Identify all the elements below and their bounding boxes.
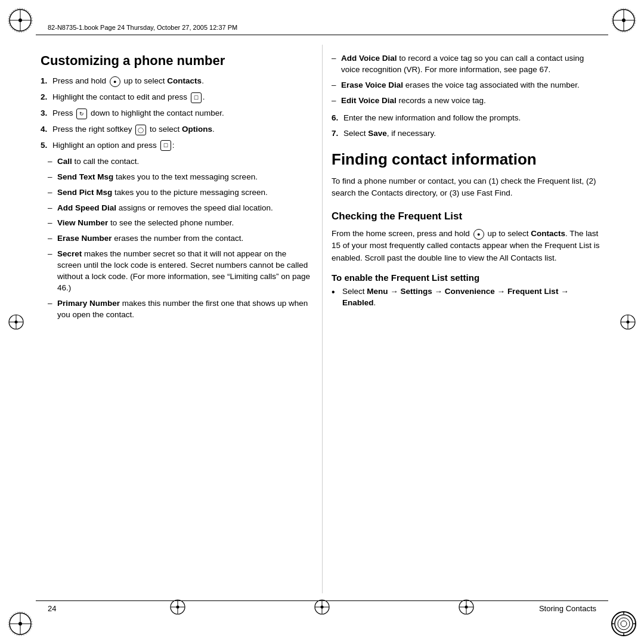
steps-list: 1. Press and hold ● up to select Contact… xyxy=(41,76,312,151)
dash-erase-voice: – xyxy=(332,80,341,91)
svg-point-8 xyxy=(622,18,626,22)
sub-options-list: – Call to call the contact. – Send Text … xyxy=(41,156,312,321)
header-bar xyxy=(36,35,608,35)
steps-list-right: 6. Enter the new information and follow … xyxy=(332,113,603,140)
svg-point-42 xyxy=(465,606,468,609)
dash-call: – xyxy=(48,156,57,168)
svg-point-13 xyxy=(18,622,22,626)
section-title-customizing: Customizing a phone number xyxy=(41,53,312,69)
softkey-icon: ◯ xyxy=(135,125,146,135)
dash-secret: – xyxy=(48,249,57,294)
menu-icon: ● xyxy=(110,76,120,87)
dash-send-text: – xyxy=(48,172,57,183)
dash-primary: – xyxy=(48,298,57,321)
bullet-dot-frequent: • xyxy=(332,286,342,309)
content-area: Customizing a phone number 1. Press and … xyxy=(41,45,603,593)
step-7-num: 7. xyxy=(332,128,343,140)
sub-content-add-voice: Add Voice Dial to record a voice tag so … xyxy=(341,53,603,76)
step-4-num: 4. xyxy=(41,124,52,135)
dash-send-pict: – xyxy=(48,187,57,199)
enable-frequent-title: To enable the Frequent List setting xyxy=(332,273,603,283)
step-2-content: Highlight the contact to edit and press … xyxy=(52,92,312,103)
frequent-list-body: From the home screen, press and hold ● u… xyxy=(332,228,603,264)
sub-item-call: – Call to call the contact. xyxy=(48,156,312,168)
step-3-content: Press ↻ down to highlight the contact nu… xyxy=(52,108,312,119)
menu-icon-2: ● xyxy=(473,229,484,240)
sub-item-speed-dial: – Add Speed Dial assigns or removes the … xyxy=(48,203,312,214)
dash-erase-number: – xyxy=(48,233,57,244)
sub-content-secret: Secret makes the number secret so that i… xyxy=(57,249,312,294)
step-1-content: Press and hold ● up to select Contacts. xyxy=(52,76,312,87)
dash-view-number: – xyxy=(48,218,57,229)
step-5: 5. Highlight an option and press ☐: xyxy=(41,140,312,151)
sub-content-erase-voice: Erase Voice Dial erases the voice tag as… xyxy=(341,80,603,91)
dash-add-voice: – xyxy=(332,53,341,76)
finding-contact-section: Finding contact information To find a ph… xyxy=(332,150,603,308)
corner-mark-tl xyxy=(6,6,35,35)
dash-edit-voice: – xyxy=(332,95,341,107)
crosshair-left-mid xyxy=(6,312,26,332)
footer-bar xyxy=(36,600,608,601)
ok-icon: ☐ xyxy=(191,92,202,103)
step-6: 6. Enter the new information and follow … xyxy=(332,113,603,124)
bullet-item-frequent: • Select Menu → Settings → Convenience →… xyxy=(332,286,603,309)
sub-item-send-pict: – Send Pict Msg takes you to the picture… xyxy=(48,187,312,199)
step-7: 7. Select Save, if necessary. xyxy=(332,128,603,140)
corner-mark-bl xyxy=(6,609,35,638)
ok-icon2: ☐ xyxy=(160,140,171,151)
step-6-content: Enter the new information and follow the… xyxy=(343,113,603,124)
svg-point-18 xyxy=(621,621,627,627)
right-column: – Add Voice Dial to record a voice tag s… xyxy=(332,45,603,593)
sub-content-send-pict: Send Pict Msg takes you to the picture m… xyxy=(57,187,312,199)
sub-item-secret: – Secret makes the number secret so that… xyxy=(48,249,312,294)
sub-content-edit-voice: Edit Voice Dial records a new voice tag. xyxy=(341,95,603,107)
finding-contact-body: To find a phone number or contact, you c… xyxy=(332,175,603,200)
crosshair-right-mid xyxy=(618,312,638,332)
sub-item-erase-voice: – Erase Voice Dial erases the voice tag … xyxy=(332,80,603,91)
sub-item-edit-voice: – Edit Voice Dial records a new voice ta… xyxy=(332,95,603,107)
footer-page-number: 24 xyxy=(48,604,56,613)
step-3-num: 3. xyxy=(41,108,52,119)
svg-point-34 xyxy=(321,606,324,609)
bullet-content-frequent: Select Menu → Settings → Convenience → F… xyxy=(342,286,603,309)
step-1: 1. Press and hold ● up to select Contact… xyxy=(41,76,312,87)
step-4: 4. Press the right softkey ◯ to select O… xyxy=(41,124,312,135)
step-5-content: Highlight an option and press ☐: xyxy=(52,140,312,151)
step-2: 2. Highlight the contact to edit and pre… xyxy=(41,92,312,103)
frequent-list-bullets: • Select Menu → Settings → Convenience →… xyxy=(332,286,603,309)
step-5-num: 5. xyxy=(41,140,52,151)
step-1-num: 1. xyxy=(41,76,52,87)
step-3: 3. Press ↻ down to highlight the contact… xyxy=(41,108,312,119)
sub-content-view-number: View Number to see the selected phone nu… xyxy=(57,218,312,229)
page-container: 82-N8735-1.book Page 24 Thursday, Octobe… xyxy=(0,0,644,644)
step-4-content: Press the right softkey ◯ to select Opti… xyxy=(52,124,312,135)
svg-point-17 xyxy=(618,618,630,630)
sub-item-primary: – Primary Number makes this number the f… xyxy=(48,298,312,321)
sub-content-erase-number: Erase Number erases the number from the … xyxy=(57,233,312,244)
corner-mark-tr xyxy=(609,6,638,35)
sub-item-view-number: – View Number to see the selected phone … xyxy=(48,218,312,229)
svg-point-30 xyxy=(627,321,630,324)
svg-point-38 xyxy=(176,606,179,609)
sub-content-send-text: Send Text Msg takes you to the text mess… xyxy=(57,172,312,183)
header-text: 82-N8735-1.book Page 24 Thursday, Octobe… xyxy=(48,24,237,31)
sub-content-call: Call to call the contact. xyxy=(57,156,312,168)
sub-item-erase-number: – Erase Number erases the number from th… xyxy=(48,233,312,244)
svg-point-26 xyxy=(15,321,18,324)
svg-point-15 xyxy=(612,612,636,636)
corner-mark-br xyxy=(609,609,638,638)
nav-icon: ↻ xyxy=(76,109,87,119)
sub-item-send-text: – Send Text Msg takes you to the text me… xyxy=(48,172,312,183)
frequent-list-title: Checking the Frequent List xyxy=(332,210,603,223)
footer-section-title: Storing Contacts xyxy=(539,604,596,613)
step-6-num: 6. xyxy=(332,113,343,124)
svg-point-3 xyxy=(18,18,22,22)
left-column: Customizing a phone number 1. Press and … xyxy=(41,45,312,593)
step-2-num: 2. xyxy=(41,92,52,103)
dash-speed-dial: – xyxy=(48,203,57,214)
sub-content-primary: Primary Number makes this number the fir… xyxy=(57,298,312,321)
voice-dial-list: – Add Voice Dial to record a voice tag s… xyxy=(332,53,603,107)
finding-contact-title: Finding contact information xyxy=(332,150,603,169)
step-7-content: Select Save, if necessary. xyxy=(343,128,603,140)
sub-content-speed-dial: Add Speed Dial assigns or removes the sp… xyxy=(57,203,312,214)
